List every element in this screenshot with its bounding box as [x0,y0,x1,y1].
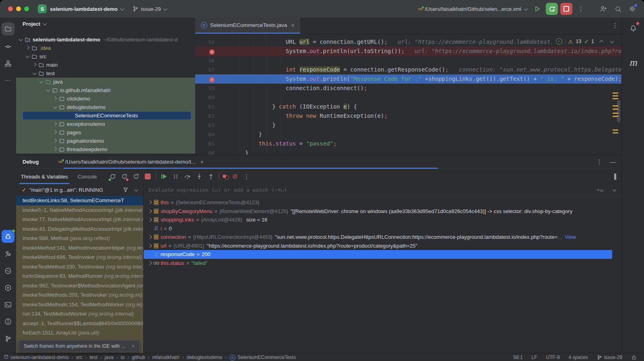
chevron-down-icon[interactable] [134,187,138,191]
layout-settings-button[interactable] [614,174,615,180]
project-name[interactable]: selenium-lambdatest-demo [50,6,118,12]
run-config-path[interactable]: /Users/faisalkhatri/Github/selen...erce.… [425,6,521,12]
project-tool-button[interactable] [2,23,14,35]
breadcrumb-item[interactable]: test [90,355,97,360]
indent-size[interactable]: 4 spaces [569,355,588,360]
next-problem-icon[interactable] [610,39,614,43]
expand-chevron-icon[interactable] [147,210,153,213]
line-number-gutter[interactable]: 66 [195,148,220,155]
rerun-tests-button[interactable] [131,171,141,182]
variable-row[interactable]: url = {URL@4901} "https://ecommerce-play… [144,242,621,250]
variable-row[interactable]: 1001 responseCode = 200 [144,250,612,259]
stack-frame-row[interactable]: invokeTestMethods:154, TestMethodWorker … [16,300,143,310]
warning-stripe-mark[interactable] [613,132,618,133]
breakpoint-icon[interactable]: ✓ [209,77,215,82]
variable-row[interactable]: shopByCategoryMenu = {RemoteWebElement@4… [144,207,621,216]
line-number-gutter[interactable]: 64 [195,130,220,139]
prev-problem-icon[interactable] [600,40,604,44]
stack-frame-row[interactable]: invoke:568, Method (java.lang.reflect) [16,234,143,243]
stack-frame-row[interactable]: runInSequence:63, MethodRunner (org.test… [16,271,143,281]
inspections-widget[interactable]: ≡ ⚠ 13 ✓ 1 [552,37,617,46]
run-button[interactable] [531,3,543,15]
code-line[interactable]: 61 } catch (IOException e) { [195,102,621,111]
variable-row[interactable]: this.status = "failed" [144,259,621,268]
debug-session-tab[interactable]: NG /Users/faisalkhatri/Github/selenium-l… [58,159,203,165]
stack-frame-row[interactable]: invoke0:-1, NativeMethodAccessorImpl (jd… [16,205,143,215]
breadcrumb-item[interactable]: debugtestsdemo [187,355,223,360]
project-tree-row[interactable]: pages [16,128,195,137]
tree-chevron-icon[interactable] [54,138,58,144]
line-number-gutter[interactable]: 54 [195,37,220,47]
breadcrumb-item[interactable]: java [105,355,114,360]
settings-button[interactable] [626,3,638,15]
code-line[interactable]: 66 } [195,148,621,155]
chevron-down-icon[interactable] [43,21,47,25]
project-tree-row[interactable]: java [16,78,195,86]
tab-options-icon[interactable]: ⋮ [612,22,618,29]
stack-frame-row[interactable]: run:134, TestMethodWorker (org.testng.in… [16,309,143,319]
breadcrumb-item[interactable]: selenium-lambdatest-demo [4,355,69,360]
more-actions-button[interactable]: ⋮ [575,3,587,15]
mute-breakpoints-button[interactable]: ⊘ [230,171,240,182]
rerun-button[interactable] [107,171,118,182]
chevron-down-icon[interactable] [524,6,528,10]
code-line[interactable]: 57 int responseCode = connection.getResp… [195,65,621,74]
caret-position[interactable]: 58:1 [513,355,522,360]
tree-chevron-icon[interactable] [47,87,51,93]
debug-tool-button[interactable] [2,230,14,243]
tab-console[interactable]: Console [73,169,102,184]
tree-chevron-icon[interactable] [54,129,58,135]
code-line[interactable]: 60 [195,93,621,102]
warning-stripe-mark[interactable] [613,129,618,131]
breadcrumb-item[interactable]: src [76,355,83,360]
warning-stripe-mark[interactable] [613,98,618,99]
code-with-me-button[interactable] [597,3,609,15]
project-tree-row[interactable]: .idea [16,44,195,52]
line-number-gutter[interactable]: 65 [195,139,220,148]
terminal-tool-button[interactable] [2,298,14,311]
notifications-button[interactable] [627,22,640,35]
variable-row[interactable]: connection = {HttpsURLConnectionImpl@445… [144,233,621,242]
status-branch-widget[interactable]: issue-29 [597,355,622,360]
project-tree-row[interactable]: clickdemo [16,94,195,103]
step-out-button[interactable] [206,171,216,182]
breadcrumb-item[interactable]: C SeleniumECommerceTests [229,355,296,361]
stack-frame-row[interactable]: invokeTestMethod:230, TestInvoker (org.t… [16,262,143,272]
tree-chevron-icon[interactable] [54,96,58,102]
close-tab-icon[interactable]: × [200,159,204,165]
tree-chevron-icon[interactable] [19,37,24,43]
expand-chevron-icon[interactable] [147,236,153,238]
stop-process-button[interactable] [142,171,153,182]
expand-chevron-icon[interactable] [147,244,153,247]
step-into-button[interactable] [194,171,204,182]
tree-chevron-icon[interactable] [33,62,37,68]
tree-chevron-icon[interactable] [33,70,37,76]
thread-selector[interactable]: ✓ "main"@1 in g...ain": RUNNING [16,184,143,196]
expand-chevron-icon[interactable] [147,201,153,204]
vcs-tool-button[interactable] [2,332,14,345]
line-number-gutter[interactable]: 63 [195,121,220,130]
code-line[interactable]: 64 } [195,130,621,139]
tree-chevron-icon[interactable] [54,121,58,127]
maven-tool-button[interactable]: m [622,58,644,68]
breadcrumb-item[interactable]: github [132,355,145,360]
services-tool-button[interactable] [2,281,14,294]
code-line[interactable]: 59 connection.disconnect(); [195,84,621,93]
chevron-down-icon[interactable] [163,6,167,10]
code-line[interactable]: ✓ System.out.println("Response Code for … [195,74,621,84]
project-tree-row[interactable]: exceptionsdemo [16,120,195,128]
evaluate-expression-input[interactable]: Evaluate expression (↵) or add a watch (… [144,184,621,196]
resume-button[interactable] [159,171,169,182]
code-line[interactable]: 62 throw new RuntimeException(e); [195,111,621,121]
line-number-gutter[interactable]: ✓ [195,47,220,56]
debug-rerun-button[interactable] [546,3,558,15]
project-tree-row[interactable]: test [16,69,195,78]
branch-widget[interactable]: issue-29 [132,6,168,12]
view-breakpoints-button[interactable] [222,174,229,179]
minimize-window-button[interactable] [16,6,21,11]
tree-chevron-icon[interactable] [40,79,44,85]
variable-row[interactable]: 1001 i = 0 [144,224,621,233]
search-everywhere-button[interactable] [612,3,624,15]
filter-icon[interactable] [123,187,128,193]
project-tree-row[interactable]: threadsleepdemo [16,145,195,154]
